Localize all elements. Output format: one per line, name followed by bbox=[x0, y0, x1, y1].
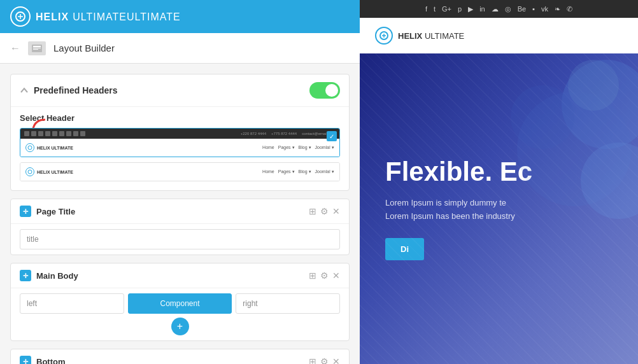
svg-point-8 bbox=[28, 146, 32, 150]
header-nav-mini-2: Home Pages ▾ Blog ▾ Joomla! ▾ bbox=[262, 169, 334, 174]
nav-pages: Pages ▾ bbox=[278, 145, 295, 150]
social-500px: ▪ bbox=[532, 5, 535, 13]
social-dot bbox=[66, 131, 71, 136]
predefined-headers-label-group: Predefined Headers bbox=[20, 85, 118, 95]
page-title-drag-icon[interactable]: ✛ bbox=[20, 206, 31, 217]
page-title-body: title bbox=[11, 224, 349, 255]
page-title-label: Page Title bbox=[36, 207, 75, 216]
social-tw: t bbox=[434, 5, 436, 13]
main-body-title: ✛ Main Body bbox=[20, 270, 78, 281]
page-title-title: ✛ Page Title bbox=[20, 206, 75, 217]
page-title-col: title bbox=[20, 229, 340, 249]
phone-2: +775 872 4444 bbox=[271, 132, 297, 136]
page-title: Layout Builder bbox=[53, 43, 115, 53]
hero-circles-decoration bbox=[479, 53, 638, 244]
preview-logo-text: HELIX ULTIMATE bbox=[398, 31, 464, 41]
header-option-2[interactable]: HELIX ULTIMATE Home Pages ▾ Blog ▾ Jooml… bbox=[20, 162, 340, 181]
add-column-button[interactable]: + bbox=[171, 318, 189, 335]
bottom-section: ✛ Bottom ⊞ ⚙ ✕ bbox=[10, 349, 350, 364]
svg-rect-4 bbox=[33, 46, 41, 47]
header-topbar-1: +220 872 4444 +775 872 4444 contact@emai… bbox=[20, 129, 339, 139]
svg-rect-6 bbox=[33, 49, 38, 50]
phone-1: +220 872 4444 bbox=[241, 132, 266, 136]
social-dot bbox=[45, 131, 50, 136]
right-column: right bbox=[236, 293, 340, 314]
header-logo-mini-2: HELIX ULTIMATE bbox=[25, 167, 73, 176]
nav-blog-2: Blog ▾ bbox=[299, 169, 311, 174]
main-body-actions: ⊞ ⚙ ✕ bbox=[309, 270, 340, 281]
main-copy-icon[interactable]: ⊞ bbox=[309, 270, 316, 281]
preview-helix: HELIX bbox=[398, 31, 422, 41]
header-logo-circle-2 bbox=[25, 167, 34, 176]
nav-home-2: Home bbox=[262, 169, 274, 174]
main-delete-icon[interactable]: ✕ bbox=[332, 270, 340, 281]
bottom-drag-icon[interactable]: ✛ bbox=[20, 356, 31, 364]
app-header: HELIX ULTIMATEULTIMATE bbox=[0, 0, 360, 33]
back-button[interactable]: ← bbox=[10, 43, 20, 54]
bottom-actions: ⊞ ⚙ ✕ bbox=[309, 356, 340, 364]
main-body-label: Main Body bbox=[36, 271, 78, 281]
preview-topbar: f t G+ p ▶ in ☁ ◎ Be ▪ vk ❧ ✆ bbox=[360, 0, 638, 18]
topbar-social-icons bbox=[24, 131, 85, 136]
header-logo-text-2: HELIX ULTIMATE bbox=[37, 170, 73, 174]
preview-ultimate: ULTIMATE bbox=[425, 31, 464, 41]
main-body-drag-icon[interactable]: ✛ bbox=[20, 270, 31, 281]
preview-logo: HELIX ULTIMATE bbox=[375, 27, 464, 45]
app-name-suffix: ULTIMATE bbox=[73, 11, 127, 22]
bottom-settings-icon[interactable]: ⚙ bbox=[320, 356, 329, 364]
predefined-headers-label: Predefined Headers bbox=[34, 85, 118, 95]
right-panel: f t G+ p ▶ in ☁ ◎ Be ▪ vk ❧ ✆ HELIX ULTI… bbox=[360, 0, 638, 364]
breadcrumb-icon bbox=[28, 41, 46, 55]
page-title-columns: title bbox=[20, 229, 340, 249]
app-logo: HELIX ULTIMATEULTIMATE bbox=[10, 6, 181, 27]
preview-hero: Flexible. Ec Lorem Ipsum is simply dummy… bbox=[360, 53, 638, 364]
header-nav-mini: Home Pages ▾ Blog ▾ Joomla! ▾ bbox=[262, 145, 334, 150]
header-logo-mini: HELIX ULTIMATE bbox=[25, 143, 73, 152]
social-gplus: G+ bbox=[442, 5, 451, 13]
svg-point-17 bbox=[568, 60, 619, 111]
svg-rect-5 bbox=[33, 48, 41, 48]
selected-checkmark: ✓ bbox=[327, 131, 337, 141]
header-main-1: HELIX ULTIMATE Home Pages ▾ Blog ▾ Jooml… bbox=[20, 139, 339, 157]
main-body-section-header: ✛ Main Body ⊞ ⚙ ✕ bbox=[11, 263, 349, 288]
left-panel: HELIX ULTIMATEULTIMATE ← Layout Builder bbox=[0, 0, 360, 364]
breadcrumb-bar: ← Layout Builder bbox=[0, 33, 360, 64]
main-settings-icon[interactable]: ⚙ bbox=[320, 270, 329, 281]
chevron-up-icon bbox=[20, 86, 29, 95]
nav-pages-2: Pages ▾ bbox=[278, 169, 295, 174]
logo-icon bbox=[10, 6, 31, 27]
settings-icon[interactable]: ⚙ bbox=[320, 206, 329, 216]
social-wa: ✆ bbox=[567, 5, 572, 13]
header-options-list: +220 872 4444 +775 872 4444 contact@emai… bbox=[11, 128, 349, 190]
topbar-contact: +220 872 4444 +775 872 4444 contact@emai… bbox=[241, 132, 336, 136]
page-title-section: ✛ Page Title ⊞ ⚙ ✕ title bbox=[10, 199, 350, 255]
select-header-label: Select Header bbox=[20, 113, 340, 123]
social-ig: ◎ bbox=[505, 5, 511, 13]
social-yt: ▶ bbox=[468, 5, 473, 13]
nav-home: Home bbox=[262, 145, 274, 150]
social-dot bbox=[73, 131, 78, 136]
bottom-label: Bottom bbox=[36, 357, 66, 365]
social-li: in bbox=[479, 5, 485, 13]
predefined-headers-header: Predefined Headers bbox=[11, 74, 349, 107]
component-column: Component bbox=[128, 293, 232, 314]
delete-icon[interactable]: ✕ bbox=[332, 206, 340, 216]
social-dot bbox=[38, 131, 43, 136]
page-title-section-header: ✛ Page Title ⊞ ⚙ ✕ bbox=[11, 199, 349, 224]
social-dot bbox=[31, 131, 36, 136]
panel-content: Predefined Headers Select Header bbox=[0, 64, 360, 364]
left-column: left bbox=[20, 293, 124, 314]
header-option-1[interactable]: +220 872 4444 +775 872 4444 contact@emai… bbox=[20, 128, 340, 157]
bottom-copy-icon[interactable]: ⊞ bbox=[309, 356, 316, 364]
page-title-actions: ⊞ ⚙ ✕ bbox=[309, 206, 340, 216]
bottom-delete-icon[interactable]: ✕ bbox=[332, 356, 340, 364]
nav-joomla: Joomla! ▾ bbox=[315, 145, 334, 150]
copy-icon[interactable]: ⊞ bbox=[309, 206, 316, 216]
header-logo-text: HELIX ULTIMATE bbox=[37, 146, 73, 150]
social-dot bbox=[59, 131, 64, 136]
bottom-section-header: ✛ Bottom ⊞ ⚙ ✕ bbox=[11, 349, 349, 364]
nav-joomla-2: Joomla! ▾ bbox=[315, 169, 334, 174]
preview-logo-circle bbox=[375, 27, 393, 45]
svg-point-9 bbox=[28, 170, 32, 174]
predefined-headers-toggle[interactable] bbox=[309, 82, 340, 99]
